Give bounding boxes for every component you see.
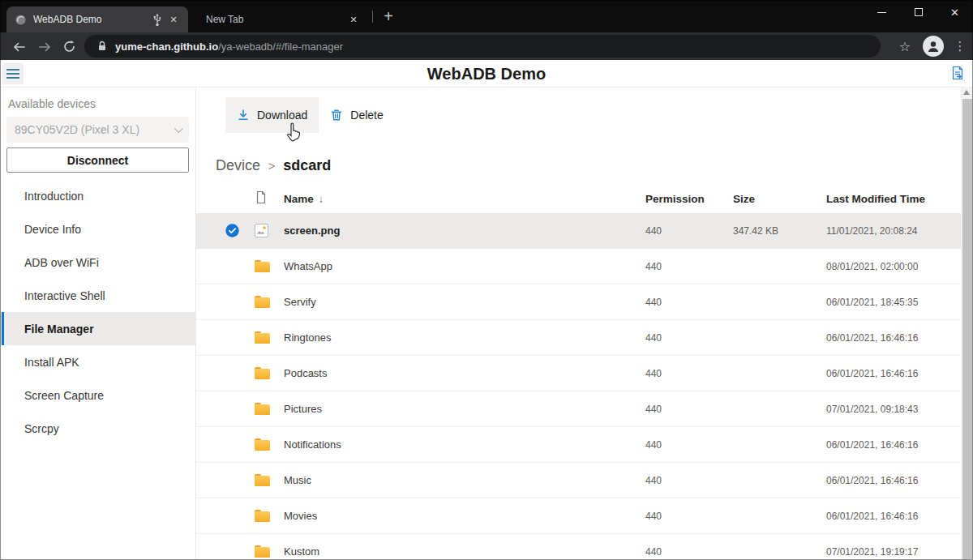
window-maximize-button[interactable]	[900, 1, 937, 24]
file-permission: 440	[645, 439, 733, 451]
file-permission: 440	[645, 261, 733, 272]
sidebar-item-label: File Manager	[24, 323, 94, 336]
browser-tab-strip: WebADB Demo ✕ New Tab ✕ + ✕	[0, 0, 973, 32]
tab-close-icon[interactable]: ✕	[347, 13, 360, 26]
file-name: Notifications	[281, 438, 645, 451]
file-table: Name↓ Permission Size Last Modified Time…	[196, 184, 973, 559]
page-title: WebADB Demo	[0, 60, 973, 88]
table-row-ringtones[interactable]: Ringtones 440 06/01/2021, 16:46:16	[196, 320, 973, 356]
column-header-permission[interactable]: Permission	[645, 193, 733, 205]
file-modified-time: 06/01/2021, 18:45:35	[826, 297, 958, 308]
main-content: Download Delete Device > sdcard	[196, 88, 973, 559]
sidebar-item-install-apk[interactable]: Install APK	[0, 345, 195, 378]
sidebar-item-label: Install APK	[24, 356, 79, 369]
folder-icon	[255, 474, 270, 486]
toggle-log-icon[interactable]	[950, 66, 965, 83]
file-modified-time: 06/01/2021, 16:46:16	[826, 475, 958, 486]
file-modified-time: 06/01/2021, 16:46:16	[826, 332, 958, 344]
breadcrumb-sdcard[interactable]: sdcard	[283, 157, 331, 174]
url-domain: yume-chan.github.io	[115, 41, 218, 53]
scrollbar-thumb[interactable]	[962, 99, 972, 559]
table-row-servify[interactable]: Servify 440 06/01/2021, 18:45:35	[196, 284, 973, 320]
table-row-whatsapp[interactable]: WhatsApp 440 08/01/2021, 02:00:00	[196, 249, 973, 284]
window-close-button[interactable]: ✕	[937, 1, 973, 24]
column-header-name[interactable]: Name↓	[281, 193, 645, 205]
table-row-notifications[interactable]: Notifications 440 06/01/2021, 16:46:16	[196, 427, 973, 463]
breadcrumb-separator: >	[268, 160, 275, 173]
table-row-kustom[interactable]: Kustom 440 07/01/2021, 19:19:17	[196, 534, 973, 559]
file-name: Ringtones	[281, 331, 645, 344]
file-modified-time: 07/01/2021, 09:18:43	[826, 404, 958, 415]
file-permission: 440	[645, 511, 733, 522]
sidebar-item-introduction[interactable]: Introduction	[0, 179, 195, 212]
folder-icon	[255, 260, 270, 272]
row-checkbox[interactable]	[225, 224, 239, 237]
column-header-size[interactable]: Size	[733, 193, 826, 205]
new-tab-button[interactable]: +	[378, 6, 399, 27]
file-permission: 440	[645, 404, 733, 415]
sidebar-item-adb-over-wifi[interactable]: ADB over WiFi	[0, 246, 195, 279]
file-name: Podcasts	[281, 367, 645, 379]
available-devices-label: Available devices	[8, 97, 189, 110]
table-row-screen-png[interactable]: screen.png 440 347.42 KB 11/01/2021, 20:…	[196, 213, 973, 249]
sidebar-item-label: Device Info	[24, 223, 81, 236]
file-name: WhatsApp	[281, 260, 645, 272]
sidebar-item-device-info[interactable]: Device Info	[0, 212, 195, 246]
file-name: Servify	[281, 296, 645, 308]
vertical-scrollbar[interactable]	[961, 88, 973, 559]
breadcrumb-device[interactable]: Device	[216, 157, 260, 174]
delete-button[interactable]: Delete	[319, 97, 394, 133]
table-row-pictures[interactable]: Pictures 440 07/01/2021, 09:18:43	[196, 391, 973, 427]
back-button[interactable]	[10, 37, 28, 56]
disconnect-button[interactable]: Disconnect	[6, 147, 189, 173]
file-modified-time: 06/01/2021, 16:46:16	[826, 439, 958, 451]
site-favicon	[15, 14, 27, 26]
sidebar-item-screen-capture[interactable]: Screen Capture	[0, 378, 195, 412]
lock-icon	[96, 40, 109, 53]
sidebar-item-label: Introduction	[24, 190, 84, 203]
device-select-value: 89CY05V2D (Pixel 3 XL)	[15, 123, 174, 136]
bookmark-star-icon[interactable]: ☆	[894, 39, 916, 54]
file-permission: 440	[645, 475, 733, 486]
sidebar-item-label: ADB over WiFi	[24, 256, 99, 269]
browser-menu-icon[interactable]: ⋮	[950, 39, 970, 53]
folder-icon	[255, 510, 270, 522]
download-icon	[237, 109, 250, 122]
folder-icon	[255, 296, 270, 308]
window-minimize-button[interactable]	[864, 1, 900, 24]
browser-tab-newtab[interactable]: New Tab ✕	[191, 6, 368, 32]
table-row-movies[interactable]: Movies 440 06/01/2021, 16:46:16	[196, 498, 973, 534]
file-name: Kustom	[281, 545, 645, 558]
profile-avatar[interactable]	[923, 36, 944, 57]
sidebar-item-label: Screen Capture	[24, 389, 104, 402]
reload-button[interactable]	[60, 37, 79, 56]
file-name: Movies	[281, 510, 645, 522]
breadcrumb: Device > sdcard	[216, 157, 973, 174]
url-path: /ya-webadb/#/file-manager	[218, 41, 343, 53]
address-bar[interactable]: yume-chan.github.io/ya-webadb/#/file-man…	[84, 35, 881, 58]
sidebar-item-scrcpy[interactable]: Scrcpy	[0, 412, 195, 445]
delete-label: Delete	[350, 109, 383, 122]
tab-title: New Tab	[206, 14, 342, 25]
download-button[interactable]: Download	[225, 97, 319, 133]
trash-icon	[330, 109, 343, 122]
window-controls: ✕	[864, 0, 973, 24]
tab-close-icon[interactable]: ✕	[167, 13, 180, 26]
table-header: Name↓ Permission Size Last Modified Time	[196, 184, 973, 213]
file-name: Pictures	[281, 403, 645, 415]
device-select[interactable]: 89CY05V2D (Pixel 3 XL)	[6, 117, 189, 143]
browser-tab-active[interactable]: WebADB Demo ✕	[6, 6, 188, 32]
file-modified-time: 08/01/2021, 02:00:00	[826, 261, 958, 272]
sort-descending-icon: ↓	[319, 194, 324, 205]
forward-button[interactable]	[36, 37, 54, 56]
sidebar-item-file-manager[interactable]: File Manager	[0, 312, 195, 345]
command-bar: Download Delete	[196, 88, 973, 133]
file-modified-time: 06/01/2021, 16:46:16	[826, 368, 958, 379]
table-row-podcasts[interactable]: Podcasts 440 06/01/2021, 16:46:16	[196, 356, 973, 391]
usb-icon	[152, 13, 162, 27]
webadb-page: WebADB Demo Available devices 89CY05V2D …	[0, 60, 973, 560]
table-row-music[interactable]: Music 440 06/01/2021, 16:46:16	[196, 463, 973, 498]
scrollbar-up-arrow-icon[interactable]	[963, 90, 970, 95]
sidebar-item-interactive-shell[interactable]: Interactive Shell	[0, 279, 195, 312]
column-header-modified[interactable]: Last Modified Time	[826, 193, 958, 205]
